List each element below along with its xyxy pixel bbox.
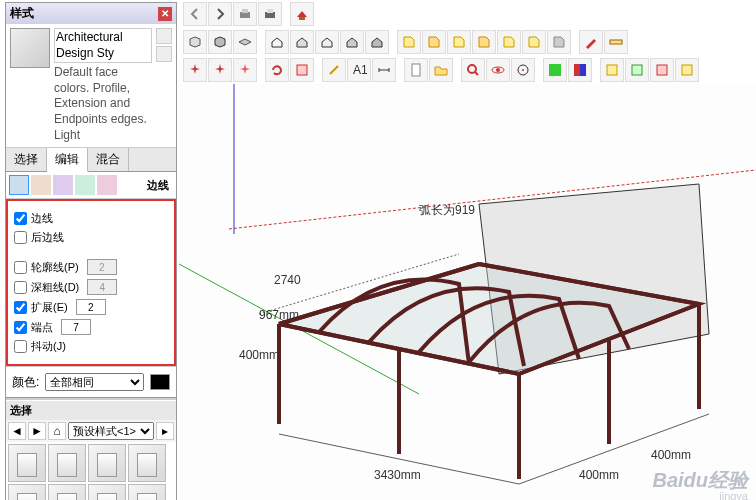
toolbar-area: A1 [179, 0, 756, 84]
tool-tag-7[interactable] [547, 30, 571, 54]
style-thumb-6[interactable] [48, 484, 86, 500]
panel-title-text: 样式 [10, 5, 34, 22]
jitter-checkbox[interactable] [14, 340, 27, 353]
tool-zoom[interactable] [461, 58, 485, 82]
tool-refresh[interactable] [265, 58, 289, 82]
endpoints-input[interactable] [61, 319, 91, 335]
tool-tag-1[interactable] [397, 30, 421, 54]
depth-cue-checkbox[interactable] [14, 281, 27, 294]
style-thumbnail[interactable] [10, 28, 50, 68]
nav-home-icon[interactable]: ⌂ [48, 422, 66, 440]
tool-tag-3[interactable] [447, 30, 471, 54]
tool-brush[interactable] [579, 30, 603, 54]
back-edges-checkbox[interactable] [14, 231, 27, 244]
dim-a: 2740 [274, 273, 301, 287]
nav-menu-icon[interactable]: ▸ [156, 422, 174, 440]
tool-color-2[interactable] [568, 58, 592, 82]
style-name-field[interactable]: Architectural Design Sty [54, 28, 152, 63]
color-swatch[interactable] [150, 374, 170, 390]
toolbar-row-2 [179, 28, 756, 56]
endpoints-checkbox[interactable] [14, 321, 27, 334]
tool-model[interactable] [290, 2, 314, 26]
tab-edit[interactable]: 编辑 [47, 148, 88, 172]
edges-label: 边线 [31, 211, 53, 226]
style-thumb-4[interactable] [128, 444, 166, 482]
tool-target[interactable] [511, 58, 535, 82]
edge-settings-icon[interactable] [9, 175, 29, 195]
style-thumb-7[interactable] [88, 484, 126, 500]
svg-rect-5 [610, 40, 622, 44]
edges-checkbox[interactable] [14, 212, 27, 225]
tool-comp-3[interactable] [650, 58, 674, 82]
toolbar-row-1 [179, 0, 756, 28]
extension-input[interactable] [76, 299, 106, 315]
tool-sparkle[interactable] [183, 58, 207, 82]
style-thumb-3[interactable] [88, 444, 126, 482]
3d-viewport[interactable]: 弧长为919 2740 967mm 400mm 3430mm 400mm 400… [179, 84, 756, 500]
tool-page[interactable] [404, 58, 428, 82]
tool-arrow-left[interactable] [183, 2, 207, 26]
tool-cube-fold[interactable] [233, 30, 257, 54]
style-thumb-1[interactable] [8, 444, 46, 482]
toolbar-row-3: A1 [179, 56, 756, 84]
tool-tag-4[interactable] [472, 30, 496, 54]
jitter-label: 抖动(J) [31, 339, 66, 354]
tool-house-3[interactable] [315, 30, 339, 54]
tool-house[interactable] [265, 30, 289, 54]
nav-fwd-icon[interactable]: ► [28, 422, 46, 440]
tool-comp-4[interactable] [675, 58, 699, 82]
tool-ruler[interactable] [604, 30, 628, 54]
tool-comp-2[interactable] [625, 58, 649, 82]
tool-eye[interactable] [486, 58, 510, 82]
tool-folder[interactable] [429, 58, 453, 82]
tool-color-1[interactable] [543, 58, 567, 82]
svg-rect-15 [574, 64, 580, 76]
tool-comp-1[interactable] [600, 58, 624, 82]
close-icon[interactable]: ✕ [158, 7, 172, 21]
subtab-label: 边线 [147, 178, 173, 193]
edge-settings-panel: 边线 后边线 轮廓线(P) 深粗线(D) 扩展(E) 端点 抖动(J) [6, 199, 176, 366]
edge-color-row: 颜色: 全部相同 [6, 366, 176, 397]
tool-tag-5[interactable] [497, 30, 521, 54]
tab-mix[interactable]: 混合 [88, 148, 129, 171]
tab-select[interactable]: 选择 [6, 148, 47, 171]
tool-box-red[interactable] [290, 58, 314, 82]
svg-rect-1 [242, 9, 248, 13]
bg-settings-icon[interactable] [53, 175, 73, 195]
tool-cube[interactable] [208, 30, 232, 54]
svg-rect-4 [299, 17, 305, 20]
style-thumb-5[interactable] [8, 484, 46, 500]
tool-tag-2[interactable] [422, 30, 446, 54]
tool-cube-sel[interactable] [183, 30, 207, 54]
profiles-checkbox[interactable] [14, 261, 27, 274]
color-mode-select[interactable]: 全部相同 [45, 373, 144, 391]
watermark-settings-icon[interactable] [75, 175, 95, 195]
new-style-icon[interactable] [156, 46, 172, 62]
svg-rect-3 [267, 9, 273, 13]
endpoints-label: 端点 [31, 320, 53, 335]
tool-text[interactable]: A1 [347, 58, 371, 82]
panel-titlebar[interactable]: 样式 ✕ [6, 3, 176, 24]
tool-print[interactable] [233, 2, 257, 26]
style-thumb-8[interactable] [128, 484, 166, 500]
profiles-input[interactable] [87, 259, 117, 275]
extension-checkbox[interactable] [14, 301, 27, 314]
tool-tag-6[interactable] [522, 30, 546, 54]
nav-back-icon[interactable]: ◄ [8, 422, 26, 440]
face-settings-icon[interactable] [31, 175, 51, 195]
tool-print-color[interactable] [258, 2, 282, 26]
tool-sparkle-3[interactable] [233, 58, 257, 82]
tool-house-solid[interactable] [290, 30, 314, 54]
tool-dims[interactable] [372, 58, 396, 82]
tool-wand[interactable] [322, 58, 346, 82]
tool-arrow-right[interactable] [208, 2, 232, 26]
style-thumb-2[interactable] [48, 444, 86, 482]
style-collection-select[interactable]: 预设样式<1> [68, 422, 154, 440]
styles-panel: 样式 ✕ Architectural Design Sty Default fa… [5, 2, 177, 500]
depth-cue-input[interactable] [87, 279, 117, 295]
update-style-icon[interactable] [156, 28, 172, 44]
tool-sparkle-2[interactable] [208, 58, 232, 82]
tool-house-5[interactable] [365, 30, 389, 54]
tool-house-4[interactable] [340, 30, 364, 54]
model-settings-icon[interactable] [97, 175, 117, 195]
